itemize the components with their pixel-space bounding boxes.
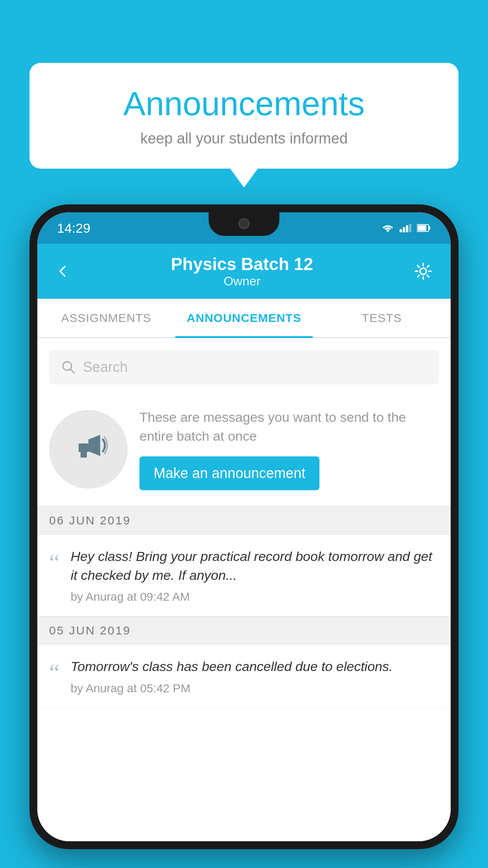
svg-rect-5	[429, 226, 430, 230]
megaphone-icon	[67, 428, 110, 471]
svg-rect-11	[81, 452, 87, 458]
tab-tests[interactable]: TESTS	[313, 299, 451, 337]
settings-button[interactable]	[411, 259, 435, 283]
signal-icon	[400, 224, 411, 232]
content-area: Search	[37, 339, 451, 841]
svg-rect-0	[400, 229, 402, 232]
wifi-icon	[382, 224, 394, 232]
settings-gear-icon	[413, 261, 433, 281]
status-time: 14:29	[57, 221, 90, 236]
announcement-content-2: Tomorrow's class has been cancelled due …	[71, 657, 439, 695]
announcement-content-1: Hey class! Bring your practical record b…	[71, 547, 439, 603]
svg-rect-3	[409, 224, 411, 232]
tab-announcements[interactable]: ANNOUNCEMENTS	[175, 299, 313, 337]
tabs-container: ASSIGNMENTS ANNOUNCEMENTS TESTS	[37, 299, 451, 338]
svg-marker-9	[88, 435, 100, 456]
battery-icon	[417, 224, 431, 232]
phone-device: 14:29	[29, 204, 459, 849]
svg-rect-1	[403, 227, 405, 232]
speech-bubble: Announcements keep all your students inf…	[29, 63, 459, 169]
svg-point-7	[420, 268, 426, 274]
svg-rect-10	[79, 443, 89, 452]
app-bar: Physics Batch 12 Owner	[37, 244, 451, 299]
phone-notch	[209, 212, 279, 236]
announcement-text-2: Tomorrow's class has been cancelled due …	[71, 657, 439, 676]
back-button[interactable]	[53, 261, 73, 281]
announcement-item-1[interactable]: “ Hey class! Bring your practical record…	[37, 535, 451, 616]
bubble-title: Announcements	[53, 85, 435, 123]
announcement-item-2[interactable]: “ Tomorrow's class has been cancelled du…	[37, 645, 451, 708]
app-bar-subtitle: Owner	[73, 274, 411, 289]
empty-state-content: These are messages you want to send to t…	[139, 408, 439, 490]
search-icon	[61, 360, 76, 375]
bubble-subtitle: keep all your students informed	[53, 130, 435, 147]
back-arrow-icon	[55, 263, 71, 279]
quote-icon-1: “	[49, 550, 60, 574]
speech-bubble-section: Announcements keep all your students inf…	[29, 63, 459, 169]
search-input[interactable]: Search	[83, 359, 128, 375]
make-announcement-button[interactable]: Make an announcement	[139, 456, 319, 490]
date-separator-2: 05 JUN 2019	[37, 616, 451, 645]
status-icons	[382, 224, 431, 232]
phone-screen: 14:29	[37, 212, 451, 841]
date-separator-1: 06 JUN 2019	[37, 506, 451, 535]
camera-dot	[238, 218, 250, 229]
empty-state-section: These are messages you want to send to t…	[37, 392, 451, 506]
svg-rect-2	[406, 225, 408, 232]
announcement-author-1: by Anurag at 09:42 AM	[71, 590, 439, 603]
phone-container: 14:29	[29, 204, 459, 868]
megaphone-circle	[49, 410, 128, 489]
empty-state-description: These are messages you want to send to t…	[139, 408, 439, 445]
announcement-text-1: Hey class! Bring your practical record b…	[71, 547, 439, 585]
tab-assignments[interactable]: ASSIGNMENTS	[37, 299, 175, 337]
announcement-author-2: by Anurag at 05:42 PM	[71, 682, 439, 695]
app-bar-center: Physics Batch 12 Owner	[73, 254, 411, 289]
quote-icon-2: “	[49, 660, 60, 684]
app-bar-title: Physics Batch 12	[73, 254, 411, 274]
search-bar[interactable]: Search	[49, 350, 439, 384]
svg-rect-6	[418, 225, 426, 231]
